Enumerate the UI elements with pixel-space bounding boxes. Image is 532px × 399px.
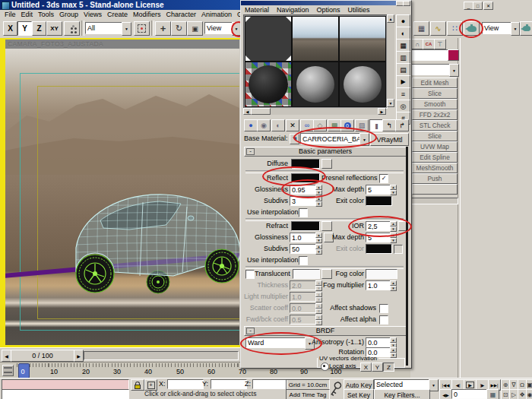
modifier-edit-mesh-button[interactable]: Edit Mesh <box>412 78 458 88</box>
key-mode-dropdown[interactable]: Selected <box>374 379 433 390</box>
refract-max-depth-spinner[interactable]: ▲▼ <box>390 233 397 242</box>
make-material-copy-icon[interactable]: ∞ <box>300 119 314 131</box>
put-to-library-icon[interactable]: ▩ <box>328 119 341 131</box>
reflect-glossiness-spinner[interactable]: ▲▼ <box>315 185 322 195</box>
reflect-exit-color-swatch[interactable] <box>366 196 392 206</box>
modifier-stl-check-button[interactable]: STL Check <box>412 120 458 131</box>
go-forward-sibling-icon[interactable]: ↱ <box>395 119 409 131</box>
sample-slot-environment[interactable] <box>339 16 386 62</box>
material-options-icon[interactable]: ≡ <box>396 87 410 100</box>
time-slider-track[interactable] <box>84 351 239 360</box>
local-axis-x-button[interactable]: X <box>360 363 372 372</box>
refract-exit-color-checkbox[interactable] <box>394 245 403 254</box>
basic-parameters-rollout[interactable]: - Basic parameters <box>244 147 407 157</box>
sample-slot-gray[interactable] <box>292 62 339 107</box>
brdf-type-dropdown[interactable]: Ward <box>245 337 309 348</box>
object-color-swatch[interactable] <box>448 49 459 61</box>
sample-uv-tiling-icon[interactable]: ▥ <box>396 51 410 64</box>
refract-color-swatch[interactable] <box>291 221 320 231</box>
maxscript-mini-listener-white[interactable] <box>2 389 129 399</box>
fog-color-swatch[interactable] <box>366 269 397 279</box>
sample-slot-gray[interactable] <box>339 62 386 107</box>
add-time-tag[interactable]: Add Time Tag <box>286 389 330 399</box>
snap-toggle-icon[interactable] <box>134 21 150 36</box>
current-frame-field[interactable]: 0 <box>451 389 489 399</box>
me-menu-material[interactable]: Material <box>245 6 269 14</box>
slot-vertical-scrollbar[interactable]: ▲ ▼ <box>387 14 394 107</box>
sample-slot-environment[interactable] <box>292 16 339 62</box>
translucent-checkbox[interactable] <box>245 270 255 279</box>
menu-views[interactable]: Views <box>84 11 102 18</box>
make-preview-icon[interactable]: ▶ <box>396 75 410 88</box>
selection-lock-toggle[interactable] <box>131 379 144 391</box>
make-unique-icon[interactable]: ◇ <box>313 119 327 131</box>
reflect-max-depth-spinner[interactable]: ▲▼ <box>390 185 397 195</box>
time-slider-right-arrow[interactable]: ▶ <box>74 350 84 362</box>
tab-display-icon[interactable]: ∩ <box>411 39 423 49</box>
material-type-button[interactable]: VRayMtl <box>370 133 409 146</box>
anisotropy-spinner[interactable]: ▲▼ <box>390 337 397 347</box>
material-editor-icon[interactable]: ∷ <box>447 21 463 36</box>
reflect-color-swatch[interactable] <box>291 173 320 183</box>
fog-multiplier-spinner[interactable]: ▲▼ <box>390 280 397 290</box>
key-step-toggle[interactable]: ◀▶ <box>439 389 452 399</box>
select-scale-icon[interactable]: ▣ <box>187 21 203 36</box>
diffuse-map-button[interactable] <box>321 159 332 169</box>
scroll-down-icon[interactable]: ▼ <box>387 99 394 107</box>
curve-editor-icon[interactable]: ∿ <box>430 21 446 36</box>
diffuse-color-swatch[interactable] <box>291 159 320 169</box>
y-coord-field[interactable] <box>211 379 247 389</box>
car-wireframe[interactable] <box>53 181 239 310</box>
get-material-icon[interactable]: ● <box>244 119 258 131</box>
menu-edit[interactable]: Edit <box>21 11 33 18</box>
render-scene-icon[interactable] <box>464 21 480 36</box>
sample-slot-checker[interactable] <box>245 62 292 107</box>
collapse-icon[interactable]: - <box>246 328 255 334</box>
close-button[interactable]: ✕ <box>483 2 493 10</box>
spinner-snap-icon[interactable] <box>64 21 80 36</box>
axis-xy-button[interactable]: XY <box>46 21 62 36</box>
tab-ca-icon[interactable]: CA <box>423 39 435 49</box>
time-slider-handle[interactable]: 0 / 100 <box>11 350 74 362</box>
put-material-to-scene-icon[interactable]: ◉ <box>257 119 271 131</box>
menu-create[interactable]: Create <box>107 11 128 18</box>
modifier-list-dropdown[interactable] <box>411 64 454 75</box>
brdf-rollout[interactable]: - BRDF <box>244 326 407 336</box>
menu-group[interactable]: Group <box>59 11 78 18</box>
scroll-thumb[interactable] <box>251 108 271 115</box>
rollout-scroll-strip[interactable] <box>406 147 408 366</box>
ior-spinner[interactable]: ▲▼ <box>390 221 397 231</box>
object-name-field[interactable] <box>411 49 451 61</box>
render-type-arrow-icon[interactable]: ▼ <box>511 22 520 36</box>
restore-button[interactable]: □ <box>473 2 483 10</box>
viewport-canvas[interactable] <box>5 49 239 345</box>
reset-map-icon[interactable]: ✕ <box>286 119 299 131</box>
fresnel-checkbox[interactable]: ✓ <box>379 174 388 183</box>
refract-exit-color-swatch[interactable] <box>366 244 392 254</box>
material-name-dropdown[interactable]: CARROCERIA_BASE <box>300 133 364 144</box>
local-axis-y-button[interactable]: Y <box>372 363 383 372</box>
affect-alpha-checkbox[interactable] <box>379 315 388 325</box>
render-last-icon[interactable] <box>520 21 532 36</box>
refract-subdivs-spinner[interactable]: ▲▼ <box>315 244 322 254</box>
go-to-parent-icon[interactable]: ↰ <box>382 119 396 131</box>
arc-rotate-icon[interactable]: ◉ <box>526 389 532 399</box>
layer-manager-icon[interactable]: ▦ <box>413 21 429 36</box>
modifier-meshsmooth-button[interactable]: MeshSmooth <box>412 163 458 173</box>
axis-x-button[interactable]: X <box>3 21 17 36</box>
assign-material-to-selection-icon[interactable]: ◐ <box>271 119 285 131</box>
scroll-up-icon[interactable]: ▲ <box>387 14 394 23</box>
backlight-icon[interactable]: ◐ <box>396 27 410 40</box>
local-axis-radio[interactable] <box>321 363 329 371</box>
axis-y-button[interactable]: Y <box>17 21 32 36</box>
key-filters-button[interactable]: Key Filters... <box>374 389 430 399</box>
axis-z-button[interactable]: Z <box>32 21 46 36</box>
tab-utilities-icon[interactable]: ⊤ <box>434 39 446 49</box>
modifier-uvw-map-button[interactable]: UVW Map <box>412 141 458 152</box>
modifier-list-arrow-icon[interactable]: ▼ <box>449 64 459 77</box>
menu-file[interactable]: File <box>5 11 16 18</box>
selection-filter-dropdown[interactable]: All <box>85 22 126 34</box>
modifier-smooth-button[interactable]: Smooth <box>412 99 458 109</box>
me-menu-options[interactable]: Options <box>317 6 340 14</box>
menu-animation[interactable]: Animation <box>201 11 232 18</box>
